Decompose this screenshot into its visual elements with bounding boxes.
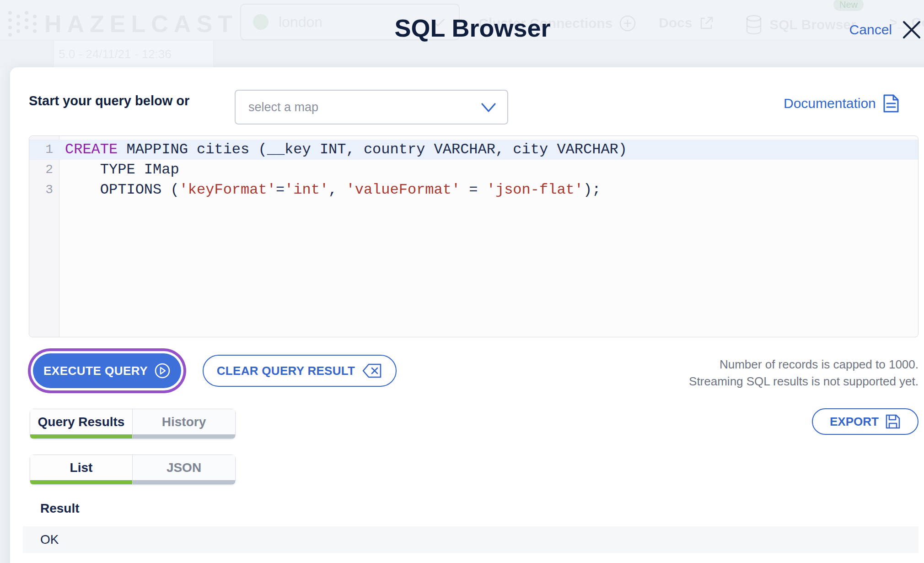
query-prompt-label: Start your query below or — [29, 93, 189, 108]
save-icon — [885, 414, 901, 429]
code-line: 2 TYPE IMap — [29, 160, 918, 180]
code-text: CREATE MAPPING cities (__key INT, countr… — [59, 140, 627, 160]
dimmed-toolbar: 5.0 - 24/11/21 - 12:36 — [0, 41, 924, 67]
sql-code-editor[interactable]: 1 CREATE MAPPING cities (__key INT, coun… — [29, 135, 919, 337]
code-text: TYPE IMap — [59, 160, 179, 180]
documentation-label: Documentation — [784, 96, 876, 111]
line-number: 2 — [29, 160, 59, 180]
backspace-icon — [362, 363, 382, 378]
note-records-cap: Number of records is capped to 1000. — [689, 356, 919, 373]
close-icon[interactable] — [901, 19, 922, 40]
sql-browser-screen: HAZELCAST london Cluster Connections Doc… — [0, 0, 924, 563]
inactive-tab-indicator — [133, 434, 235, 438]
tab-list[interactable]: List — [30, 455, 133, 485]
line-number: 1 — [29, 140, 59, 160]
chevron-down-icon — [481, 102, 496, 114]
table-row: OK — [23, 526, 919, 553]
active-tab-indicator — [30, 434, 132, 438]
tab-json[interactable]: JSON — [133, 455, 236, 485]
active-tab-indicator — [30, 480, 132, 484]
tab-history[interactable]: History — [133, 409, 236, 439]
documentation-link[interactable]: Documentation — [784, 93, 900, 114]
page-title: SQL Browser — [0, 14, 924, 42]
inactive-tab-indicator — [133, 480, 235, 484]
line-number: 3 — [29, 180, 59, 200]
export-button[interactable]: EXPORT — [812, 408, 919, 435]
tab-query-results[interactable]: Query Results — [30, 409, 133, 439]
map-select-placeholder: select a map — [248, 100, 318, 114]
results-tab-group: Query Results History — [30, 409, 236, 439]
code-line: 3 OPTIONS ('keyFormat'='int', 'valueForm… — [29, 180, 918, 200]
new-badge: New — [833, 0, 864, 11]
modal-close-controls: Cancel — [849, 19, 922, 40]
result-column-header: Result — [40, 501, 80, 516]
query-limit-notes: Number of records is capped to 1000. Str… — [689, 356, 919, 390]
document-icon — [881, 93, 900, 114]
execute-query-button[interactable]: EXECUTE QUERY — [33, 353, 181, 388]
clear-query-result-label: CLEAR QUERY RESULT — [217, 364, 355, 378]
export-label: EXPORT — [830, 415, 879, 429]
clear-query-result-button[interactable]: CLEAR QUERY RESULT — [203, 355, 397, 387]
execute-query-label: EXECUTE QUERY — [43, 364, 148, 378]
cancel-button[interactable]: Cancel — [849, 22, 892, 38]
version-tab: 5.0 - 24/11/21 - 12:36 — [54, 41, 214, 67]
map-select-dropdown[interactable]: select a map — [235, 90, 508, 125]
sql-browser-panel: Start your query below or select a map D… — [10, 67, 924, 563]
note-streaming: Streaming SQL results is not supported y… — [689, 373, 919, 390]
play-circle-icon — [154, 363, 171, 379]
result-cell: OK — [40, 532, 59, 547]
view-tab-group: List JSON — [30, 455, 236, 485]
code-line: 1 CREATE MAPPING cities (__key INT, coun… — [29, 140, 918, 160]
code-text: OPTIONS ('keyFormat'='int', 'valueFormat… — [59, 180, 601, 200]
